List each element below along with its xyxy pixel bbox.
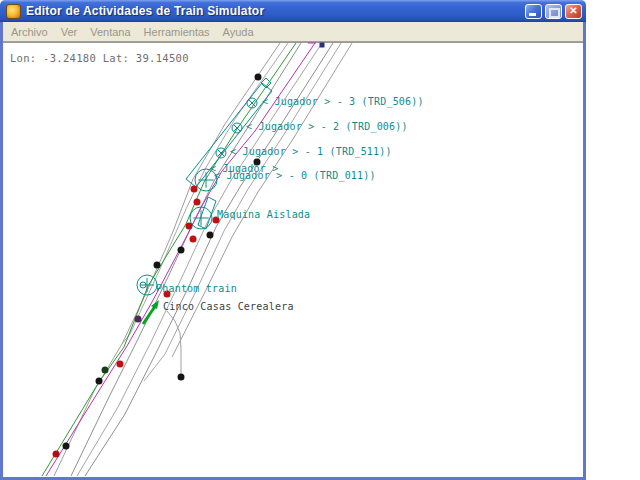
window-title: Editor de Actividades de Train Simulator [26, 4, 522, 18]
waypoint-dot[interactable] [102, 367, 109, 374]
menu-item-ayuda[interactable]: Ayuda [223, 26, 254, 38]
waypoint-dot[interactable] [135, 316, 142, 323]
track-green [42, 43, 296, 476]
train-label-jugador-1[interactable]: < Jugador > - 1 (TRD_511)) [230, 147, 392, 157]
track-gray-1 [54, 43, 280, 476]
menu-item-ver[interactable]: Ver [61, 26, 78, 38]
track-gray-3 [71, 43, 301, 476]
train-label-maquina-aislada[interactable]: Maquina Aislada [217, 210, 310, 220]
track-gray-5 [85, 43, 333, 476]
waypoint-dot[interactable] [191, 186, 198, 193]
app-window: Editor de Actividades de Train Simulator… [0, 0, 586, 480]
train-label-jugador-0[interactable]: < Jugador > - 0 (TRD_011)) [214, 171, 376, 181]
minimize-button[interactable] [525, 4, 542, 19]
app-icon [6, 4, 21, 19]
maximize-button [545, 4, 562, 19]
train-label-jugador-2[interactable]: < Jugador > - 2 (TRD_006)) [246, 122, 408, 132]
track-magenta [46, 43, 315, 476]
desktop: Editor de Actividades de Train Simulator… [0, 0, 640, 480]
close-button[interactable]: ✕ [565, 4, 582, 19]
menu-item-herramientas[interactable]: Herramientas [144, 26, 210, 38]
coordinates-readout: Lon: -3.24180 Lat: 39.14500 [10, 52, 189, 64]
place-label-cinco-casas-cerealera[interactable]: Cinco Casas Cerealera [163, 302, 294, 312]
title-bar[interactable]: Editor de Actividades de Train Simulator… [0, 0, 586, 22]
train-label-phantom-train[interactable]: Phantom train [156, 284, 237, 294]
waypoint-dot[interactable] [178, 374, 185, 381]
track-gray-2 [122, 43, 288, 344]
track-map[interactable] [3, 42, 583, 477]
waypoint-dot[interactable] [190, 236, 197, 243]
waypoint-dot[interactable] [255, 74, 262, 81]
waypoint-dot[interactable] [96, 378, 103, 385]
waypoint-dot[interactable] [194, 199, 201, 206]
signal-marker[interactable] [320, 43, 325, 48]
menu-item-archivo[interactable]: Archivo [11, 26, 48, 38]
menu-item-ventana[interactable]: Ventana [90, 26, 130, 38]
waypoint-dot[interactable] [186, 223, 193, 230]
menu-bar: ArchivoVerVentanaHerramientasAyuda [3, 22, 583, 42]
waypoint-dot[interactable] [154, 262, 161, 269]
waypoint-dot[interactable] [117, 361, 124, 368]
waypoint-dot[interactable] [207, 232, 214, 239]
waypoint-dot[interactable] [178, 247, 185, 254]
waypoint-dot[interactable] [53, 451, 60, 458]
window-body: ArchivoVerVentanaHerramientasAyuda Lon: … [0, 22, 586, 480]
waypoint-dot[interactable] [63, 443, 70, 450]
map-client-area[interactable]: Lon: -3.24180 Lat: 39.14500 < Jugador > … [3, 42, 583, 477]
track-gray-4 [77, 43, 322, 476]
train-label-jugador-3[interactable]: < Jugador > - 3 (TRD_506)) [262, 97, 424, 107]
